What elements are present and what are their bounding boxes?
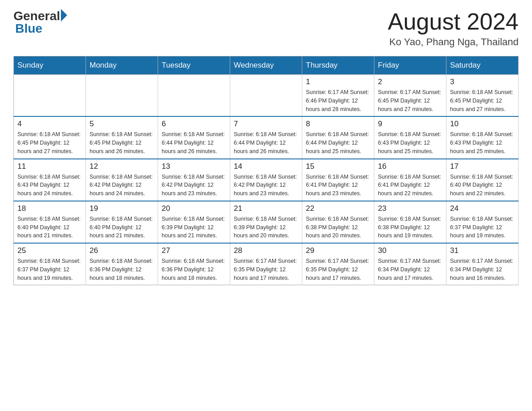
table-row: 25Sunrise: 6:18 AM Sunset: 6:37 PM Dayli… <box>14 243 86 285</box>
table-row: 31Sunrise: 6:17 AM Sunset: 6:34 PM Dayli… <box>446 243 519 285</box>
logo-blue-text: Blue <box>15 21 43 36</box>
header-monday: Monday <box>86 56 158 75</box>
day-number: 29 <box>306 246 370 255</box>
day-info: Sunrise: 6:18 AM Sunset: 6:41 PM Dayligh… <box>378 173 442 198</box>
table-row: 30Sunrise: 6:17 AM Sunset: 6:34 PM Dayli… <box>374 243 446 285</box>
day-number: 31 <box>450 246 515 255</box>
day-number: 11 <box>17 162 82 171</box>
day-info: Sunrise: 6:18 AM Sunset: 6:38 PM Dayligh… <box>378 215 442 240</box>
table-row: 28Sunrise: 6:17 AM Sunset: 6:35 PM Dayli… <box>230 243 302 285</box>
table-row: 22Sunrise: 6:18 AM Sunset: 6:38 PM Dayli… <box>302 201 374 243</box>
table-row: 20Sunrise: 6:18 AM Sunset: 6:39 PM Dayli… <box>158 201 230 243</box>
day-info: Sunrise: 6:18 AM Sunset: 6:43 PM Dayligh… <box>450 130 515 155</box>
table-row: 17Sunrise: 6:18 AM Sunset: 6:40 PM Dayli… <box>446 159 519 201</box>
day-info: Sunrise: 6:17 AM Sunset: 6:34 PM Dayligh… <box>450 257 515 282</box>
day-info: Sunrise: 6:18 AM Sunset: 6:40 PM Dayligh… <box>17 215 82 240</box>
day-number: 27 <box>162 246 226 255</box>
day-info: Sunrise: 6:18 AM Sunset: 6:38 PM Dayligh… <box>306 215 370 240</box>
day-info: Sunrise: 6:17 AM Sunset: 6:46 PM Dayligh… <box>306 88 370 113</box>
header-wednesday: Wednesday <box>230 56 302 75</box>
day-number: 22 <box>306 204 370 213</box>
day-info: Sunrise: 6:18 AM Sunset: 6:45 PM Dayligh… <box>17 130 82 155</box>
day-number: 30 <box>378 246 442 255</box>
table-row: 10Sunrise: 6:18 AM Sunset: 6:43 PM Dayli… <box>446 116 519 158</box>
day-number: 15 <box>306 162 370 171</box>
day-info: Sunrise: 6:18 AM Sunset: 6:42 PM Dayligh… <box>162 173 226 198</box>
table-row: 2Sunrise: 6:17 AM Sunset: 6:45 PM Daylig… <box>374 75 446 117</box>
table-row: 1Sunrise: 6:17 AM Sunset: 6:46 PM Daylig… <box>302 75 374 117</box>
day-number: 28 <box>234 246 298 255</box>
day-info: Sunrise: 6:18 AM Sunset: 6:39 PM Dayligh… <box>162 215 226 240</box>
day-number: 17 <box>450 162 515 171</box>
day-info: Sunrise: 6:18 AM Sunset: 6:44 PM Dayligh… <box>306 130 370 155</box>
day-number: 21 <box>234 204 298 213</box>
location-subtitle: Ko Yao, Phang Nga, Thailand <box>388 36 519 48</box>
table-row: 3Sunrise: 6:18 AM Sunset: 6:45 PM Daylig… <box>446 75 519 117</box>
calendar-week-row: 11Sunrise: 6:18 AM Sunset: 6:43 PM Dayli… <box>14 159 519 201</box>
calendar-week-row: 1Sunrise: 6:17 AM Sunset: 6:46 PM Daylig… <box>14 75 519 117</box>
table-row: 5Sunrise: 6:18 AM Sunset: 6:45 PM Daylig… <box>86 116 158 158</box>
day-number: 10 <box>450 120 515 128</box>
table-row <box>14 75 86 117</box>
calendar-week-row: 25Sunrise: 6:18 AM Sunset: 6:37 PM Dayli… <box>14 243 519 285</box>
table-row: 15Sunrise: 6:18 AM Sunset: 6:41 PM Dayli… <box>302 159 374 201</box>
day-number: 25 <box>17 246 82 255</box>
table-row: 19Sunrise: 6:18 AM Sunset: 6:40 PM Dayli… <box>86 201 158 243</box>
table-row: 23Sunrise: 6:18 AM Sunset: 6:38 PM Dayli… <box>374 201 446 243</box>
day-number: 14 <box>234 162 298 171</box>
table-row: 6Sunrise: 6:18 AM Sunset: 6:44 PM Daylig… <box>158 116 230 158</box>
day-info: Sunrise: 6:18 AM Sunset: 6:44 PM Dayligh… <box>162 130 226 155</box>
day-number: 24 <box>450 204 515 213</box>
table-row: 27Sunrise: 6:18 AM Sunset: 6:36 PM Dayli… <box>158 243 230 285</box>
day-info: Sunrise: 6:18 AM Sunset: 6:36 PM Dayligh… <box>162 257 226 282</box>
day-info: Sunrise: 6:18 AM Sunset: 6:43 PM Dayligh… <box>378 130 442 155</box>
table-row: 29Sunrise: 6:17 AM Sunset: 6:35 PM Dayli… <box>302 243 374 285</box>
day-number: 12 <box>90 162 154 171</box>
day-info: Sunrise: 6:18 AM Sunset: 6:36 PM Dayligh… <box>90 257 154 282</box>
day-number: 18 <box>17 204 82 213</box>
table-row: 8Sunrise: 6:18 AM Sunset: 6:44 PM Daylig… <box>302 116 374 158</box>
table-row: 9Sunrise: 6:18 AM Sunset: 6:43 PM Daylig… <box>374 116 446 158</box>
day-info: Sunrise: 6:18 AM Sunset: 6:42 PM Dayligh… <box>90 173 154 198</box>
day-number: 16 <box>378 162 442 171</box>
day-number: 6 <box>162 120 226 128</box>
title-section: August 2024 Ko Yao, Phang Nga, Thailand <box>388 9 519 48</box>
table-row <box>230 75 302 117</box>
table-row <box>86 75 158 117</box>
day-info: Sunrise: 6:17 AM Sunset: 6:35 PM Dayligh… <box>234 257 298 282</box>
day-number: 4 <box>17 120 82 128</box>
day-number: 20 <box>162 204 226 213</box>
logo: General Blue <box>13 9 67 36</box>
table-row: 7Sunrise: 6:18 AM Sunset: 6:44 PM Daylig… <box>230 116 302 158</box>
table-row: 14Sunrise: 6:18 AM Sunset: 6:42 PM Dayli… <box>230 159 302 201</box>
day-number: 9 <box>378 120 442 128</box>
day-info: Sunrise: 6:18 AM Sunset: 6:37 PM Dayligh… <box>450 215 515 240</box>
day-number: 1 <box>306 77 370 86</box>
day-number: 8 <box>306 120 370 128</box>
day-number: 5 <box>90 120 154 128</box>
calendar-table: Sunday Monday Tuesday Wednesday Thursday… <box>13 56 519 285</box>
day-info: Sunrise: 6:18 AM Sunset: 6:39 PM Dayligh… <box>234 215 298 240</box>
header-friday: Friday <box>374 56 446 75</box>
weekday-header-row: Sunday Monday Tuesday Wednesday Thursday… <box>14 56 519 75</box>
header-tuesday: Tuesday <box>158 56 230 75</box>
day-number: 2 <box>378 77 442 86</box>
table-row: 21Sunrise: 6:18 AM Sunset: 6:39 PM Dayli… <box>230 201 302 243</box>
table-row: 16Sunrise: 6:18 AM Sunset: 6:41 PM Dayli… <box>374 159 446 201</box>
table-row: 26Sunrise: 6:18 AM Sunset: 6:36 PM Dayli… <box>86 243 158 285</box>
table-row: 13Sunrise: 6:18 AM Sunset: 6:42 PM Dayli… <box>158 159 230 201</box>
logo-arrow-icon <box>61 9 67 21</box>
day-info: Sunrise: 6:18 AM Sunset: 6:40 PM Dayligh… <box>90 215 154 240</box>
day-number: 7 <box>234 120 298 128</box>
day-info: Sunrise: 6:18 AM Sunset: 6:44 PM Dayligh… <box>234 130 298 155</box>
header-sunday: Sunday <box>14 56 86 75</box>
calendar-week-row: 18Sunrise: 6:18 AM Sunset: 6:40 PM Dayli… <box>14 201 519 243</box>
page-header: General Blue August 2024 Ko Yao, Phang N… <box>13 9 519 48</box>
day-info: Sunrise: 6:18 AM Sunset: 6:43 PM Dayligh… <box>17 173 82 198</box>
day-number: 26 <box>90 246 154 255</box>
day-info: Sunrise: 6:18 AM Sunset: 6:42 PM Dayligh… <box>234 173 298 198</box>
header-saturday: Saturday <box>446 56 519 75</box>
month-year-title: August 2024 <box>388 9 519 34</box>
day-number: 13 <box>162 162 226 171</box>
day-number: 23 <box>378 204 442 213</box>
